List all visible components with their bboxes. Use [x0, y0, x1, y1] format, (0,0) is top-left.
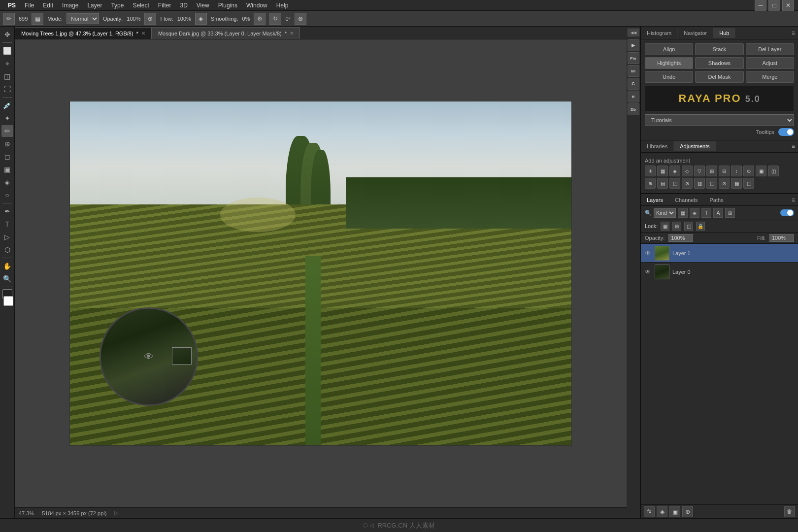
close-button[interactable]: ✕ — [782, 0, 794, 11]
tab-mosque-dark[interactable]: Mosque Dark.jpg @ 33.3% (Layer 0, Layer … — [152, 27, 300, 39]
smoothing-value[interactable]: 0% — [242, 16, 250, 22]
color-balance-icon[interactable]: ⊟ — [719, 166, 730, 176]
gradient-tool[interactable]: ▣ — [1, 164, 13, 175]
new-layer-btn[interactable]: ⊕ — [682, 506, 693, 517]
zoom-tool[interactable]: 🔍 — [1, 273, 13, 285]
menu-select[interactable]: Select — [129, 1, 153, 10]
healing-tool[interactable]: ✦ — [1, 112, 13, 124]
add-mask-btn[interactable]: ◈ — [657, 506, 667, 517]
tab-moving-trees[interactable]: Moving Trees 1.jpg @ 47.3% (Layer 1, RGB… — [15, 27, 152, 39]
blur-tool[interactable]: ◈ — [1, 176, 13, 188]
hsl-icon[interactable]: ⊞ — [706, 166, 717, 176]
menu-view[interactable]: View — [193, 1, 213, 10]
lasso-tool[interactable]: ⌖ — [1, 58, 13, 69]
fill-value[interactable]: 100% — [769, 234, 794, 242]
del-layer-btn[interactable]: Del Layer — [746, 43, 794, 55]
layers-panel-options[interactable]: ≡ — [789, 197, 798, 203]
selective-color-icon[interactable]: ▥ — [694, 178, 705, 189]
tab-channels[interactable]: Channels — [669, 195, 703, 205]
menu-filter[interactable]: Filter — [154, 1, 175, 10]
path-select-tool[interactable]: ▷ — [1, 231, 13, 243]
menu-image[interactable]: Image — [58, 1, 82, 10]
layer-row-1[interactable]: 👁 Layer 1 — [641, 244, 798, 263]
tab-close-1[interactable]: ✕ — [141, 31, 145, 36]
shape-filter-btn[interactable]: A — [713, 208, 723, 218]
lock-pixels-btn[interactable]: ▦ — [661, 222, 669, 231]
solid-color-icon[interactable]: ◱ — [706, 178, 717, 189]
text-tool[interactable]: T — [1, 218, 13, 230]
tooltips-toggle[interactable] — [778, 128, 794, 136]
hand-tool[interactable]: ✋ — [1, 260, 13, 272]
airbrush-btn[interactable]: ⊕ — [144, 13, 156, 25]
invert-icon[interactable]: ⊕ — [645, 178, 656, 189]
photo-filter-icon[interactable]: ⊙ — [743, 166, 754, 176]
opacity-value[interactable]: 100% — [127, 16, 140, 22]
ps-logo[interactable]: PS — [4, 1, 20, 10]
menu-edit[interactable]: Edit — [39, 1, 57, 10]
rectangle-select-tool[interactable]: ⬜ — [1, 45, 13, 57]
gradient-fill-icon[interactable]: ⊘ — [719, 178, 730, 189]
tab-histogram[interactable]: Histogram — [641, 28, 678, 38]
layer-style-btn[interactable]: fx — [644, 506, 655, 517]
menu-file[interactable]: File — [21, 1, 38, 10]
layer-row-0[interactable]: 👁 Layer 0 — [641, 263, 798, 281]
align-btn[interactable]: Align — [645, 43, 693, 55]
menu-layer[interactable]: Layer — [83, 1, 106, 10]
tab-navigator[interactable]: Navigator — [678, 28, 713, 38]
merge-btn[interactable]: Merge — [746, 71, 794, 83]
tab-layers[interactable]: Layers — [641, 195, 669, 205]
pattern-fill-icon[interactable]: ▦ — [731, 178, 742, 189]
plugin-play-btn[interactable]: ▶ — [628, 39, 639, 51]
threshold-icon[interactable]: ◰ — [669, 178, 680, 189]
new-group-btn[interactable]: ▣ — [669, 506, 680, 517]
stack-btn[interactable]: Stack — [695, 43, 743, 55]
tab-adjustments[interactable]: Adjustments — [674, 141, 716, 151]
pixel-filter-btn[interactable]: ▦ — [678, 208, 688, 218]
pen-tool[interactable]: ✒ — [1, 205, 13, 217]
crop-tool[interactable]: ⛶ — [1, 83, 13, 95]
brush-preset-btn[interactable]: ▦ — [32, 13, 43, 25]
del-mask-btn[interactable]: Del Mask — [695, 71, 743, 83]
delete-layer-btn[interactable]: 🗑 — [784, 506, 795, 517]
menu-type[interactable]: Type — [107, 1, 128, 10]
kind-select[interactable]: Kind — [654, 208, 676, 218]
type-filter-btn[interactable]: T — [701, 208, 711, 218]
tab-paths[interactable]: Paths — [704, 195, 730, 205]
plugin-pm-btn[interactable]: Pm — [628, 52, 639, 64]
tab-hub[interactable]: Hub — [713, 28, 735, 38]
layer-filter-toggle[interactable] — [780, 209, 794, 216]
adjust-btn[interactable]: Adjust — [746, 57, 794, 69]
plugin-collapse-btn[interactable]: ◀◀ — [628, 29, 639, 36]
shadows-btn[interactable]: Shadows — [695, 57, 743, 69]
undo-btn[interactable]: Undo — [645, 71, 693, 83]
layer-0-visibility[interactable]: 👁 — [644, 268, 652, 276]
smart-filter-btn[interactable]: ⊞ — [725, 208, 735, 218]
brightness-contrast-icon[interactable]: ☀ — [645, 166, 656, 176]
symmetry-icon[interactable]: ⊛ — [295, 13, 306, 25]
dodge-tool[interactable]: ○ — [1, 189, 13, 201]
background-color[interactable] — [3, 296, 13, 306]
color-lookup-icon[interactable]: ◫ — [768, 166, 779, 176]
exposure-icon[interactable]: ◇ — [682, 166, 693, 176]
panel-options-icon[interactable]: ≡ — [789, 30, 798, 36]
tab-close-2[interactable]: ✕ — [290, 31, 294, 36]
smart-filters-icon[interactable]: ◲ — [743, 178, 754, 189]
levels-icon[interactable]: ▦ — [657, 166, 668, 176]
maximize-button[interactable]: □ — [768, 0, 780, 11]
move-tool[interactable]: ✥ — [1, 29, 13, 40]
lock-position-btn[interactable]: ⊞ — [672, 222, 681, 231]
brush-tool-icon[interactable]: ✏ — [3, 13, 15, 25]
pressure-btn[interactable]: ◈ — [195, 13, 207, 25]
lock-artboard-btn[interactable]: ◫ — [684, 222, 693, 231]
layer-1-visibility[interactable]: 👁 — [644, 249, 652, 257]
black-white-icon[interactable]: ↕ — [731, 166, 742, 176]
highlights-btn[interactable]: Highlights — [645, 57, 693, 69]
angle-icon[interactable]: ↻ — [269, 13, 281, 25]
adj-panel-options[interactable]: ≡ — [789, 143, 798, 150]
menu-3d[interactable]: 3D — [176, 1, 191, 10]
channel-mixer-icon[interactable]: ▣ — [756, 166, 766, 176]
object-select-tool[interactable]: ◫ — [1, 70, 13, 82]
plugin-db-btn[interactable]: Db — [628, 103, 639, 115]
settings-icon[interactable]: ⚙ — [254, 13, 266, 25]
plugin-im-btn[interactable]: im — [628, 65, 639, 77]
